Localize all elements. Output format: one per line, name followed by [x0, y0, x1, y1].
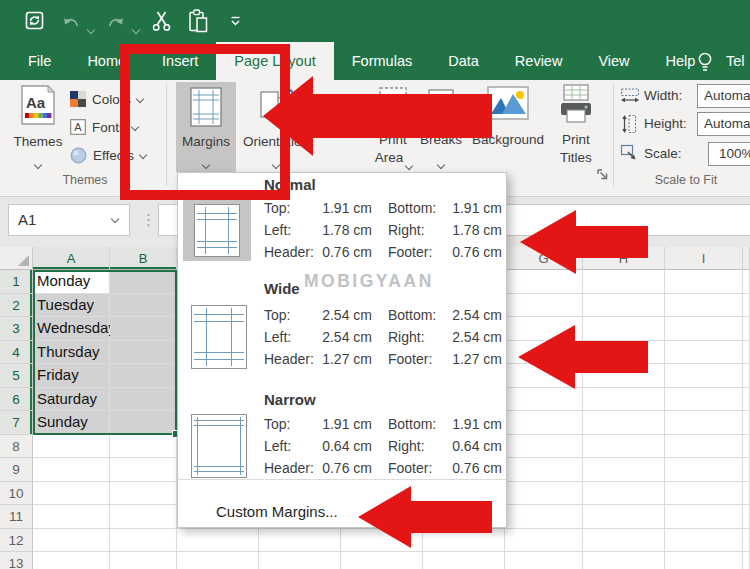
- qat-customize-icon[interactable]: [229, 15, 242, 28]
- cell-B8[interactable]: [110, 435, 177, 459]
- theme-colors-button[interactable]: Colors: [70, 90, 143, 108]
- theme-effects-button[interactable]: Effects: [70, 146, 146, 164]
- row-header-5[interactable]: 5: [0, 364, 33, 388]
- page-setup-dialog-launcher-icon[interactable]: [596, 168, 609, 181]
- cell-E12[interactable]: [341, 529, 423, 553]
- background-button[interactable]: Background: [470, 82, 546, 174]
- cell-A5[interactable]: Friday: [33, 364, 110, 388]
- row-header-8[interactable]: 8: [0, 435, 33, 459]
- cell-H12[interactable]: [583, 529, 665, 553]
- cell-H13[interactable]: [583, 552, 665, 569]
- row-header-11[interactable]: 11: [0, 505, 33, 529]
- cell-G1[interactable]: [505, 270, 583, 294]
- cell-G4[interactable]: [505, 341, 583, 365]
- cell-A3[interactable]: Wednesday: [33, 317, 110, 341]
- cell-B10[interactable]: [110, 482, 177, 506]
- cell-E13[interactable]: [341, 552, 423, 569]
- undo-caret-icon[interactable]: [88, 19, 94, 37]
- cell-A6[interactable]: Saturday: [33, 388, 110, 412]
- cell-I11[interactable]: [665, 505, 743, 529]
- height-input[interactable]: Automatic: [697, 112, 750, 136]
- cell-B7[interactable]: [110, 411, 177, 435]
- cell-I6[interactable]: [665, 388, 743, 412]
- row-header-4[interactable]: 4: [0, 341, 33, 365]
- row-header-3[interactable]: 3: [0, 317, 33, 341]
- width-input[interactable]: Automatic: [697, 84, 750, 108]
- breaks-button[interactable]: Breaks: [416, 82, 466, 174]
- row-header-13[interactable]: 13: [0, 552, 33, 569]
- cell-H4[interactable]: [583, 341, 665, 365]
- orientation-button[interactable]: Orientation: [240, 82, 312, 172]
- cell-H2[interactable]: [583, 294, 665, 318]
- cell-A12[interactable]: [33, 529, 110, 553]
- column-header-B[interactable]: B: [110, 247, 177, 270]
- cell-I5[interactable]: [665, 364, 743, 388]
- cell-G5[interactable]: [505, 364, 583, 388]
- cell-B13[interactable]: [110, 552, 177, 569]
- cell-B2[interactable]: [110, 294, 177, 318]
- cell-B5[interactable]: [110, 364, 177, 388]
- row-header-12[interactable]: 12: [0, 529, 33, 553]
- cell-A11[interactable]: [33, 505, 110, 529]
- cell-D12[interactable]: [259, 529, 341, 553]
- cut-icon[interactable]: [151, 9, 172, 32]
- cell-A4[interactable]: Thursday: [33, 341, 110, 365]
- cell-G12[interactable]: [505, 529, 583, 553]
- redo-icon[interactable]: [106, 11, 126, 30]
- cell-H8[interactable]: [583, 435, 665, 459]
- tell-me-label[interactable]: Tel: [726, 42, 745, 80]
- cell-H7[interactable]: [583, 411, 665, 435]
- cell-A7[interactable]: Sunday: [33, 411, 110, 435]
- cell-B4[interactable]: [110, 341, 177, 365]
- themes-button[interactable]: Aa Themes: [10, 82, 66, 170]
- cell-I4[interactable]: [665, 341, 743, 365]
- cell-G7[interactable]: [505, 411, 583, 435]
- cell-I8[interactable]: [665, 435, 743, 459]
- print-area-button[interactable]: Print Area: [366, 82, 420, 174]
- cell-G6[interactable]: [505, 388, 583, 412]
- cell-C13[interactable]: [177, 552, 259, 569]
- cell-G10[interactable]: [505, 482, 583, 506]
- cell-G2[interactable]: [505, 294, 583, 318]
- cell-I7[interactable]: [665, 411, 743, 435]
- select-all-corner[interactable]: [0, 247, 33, 270]
- column-header-I[interactable]: I: [665, 247, 743, 270]
- print-titles-button[interactable]: Print Titles: [550, 82, 602, 174]
- cell-H5[interactable]: [583, 364, 665, 388]
- cell-G3[interactable]: [505, 317, 583, 341]
- column-header-A[interactable]: A: [33, 247, 110, 270]
- cell-D13[interactable]: [259, 552, 341, 569]
- tab-insert[interactable]: Insert: [144, 42, 216, 80]
- cell-G8[interactable]: [505, 435, 583, 459]
- row-header-2[interactable]: 2: [0, 294, 33, 318]
- row-header-7[interactable]: 7: [0, 411, 33, 435]
- cell-H9[interactable]: [583, 458, 665, 482]
- custom-margins-item[interactable]: Custom Margins...: [178, 480, 506, 528]
- tab-formulas[interactable]: Formulas: [334, 42, 430, 80]
- cell-A1[interactable]: Monday: [33, 270, 110, 294]
- cell-I10[interactable]: [665, 482, 743, 506]
- cell-B6[interactable]: [110, 388, 177, 412]
- cell-B12[interactable]: [110, 529, 177, 553]
- cell-A13[interactable]: [33, 552, 110, 569]
- cell-I13[interactable]: [665, 552, 743, 569]
- tab-file[interactable]: File: [10, 42, 69, 80]
- scale-input[interactable]: 100%: [708, 142, 750, 166]
- cell-B9[interactable]: [110, 458, 177, 482]
- cell-A9[interactable]: [33, 458, 110, 482]
- cell-I3[interactable]: [665, 317, 743, 341]
- name-box-caret-icon[interactable]: [112, 208, 118, 226]
- cell-A2[interactable]: Tuesday: [33, 294, 110, 318]
- tab-view[interactable]: View: [580, 42, 647, 80]
- save-icon[interactable]: [23, 9, 46, 32]
- cell-B11[interactable]: [110, 505, 177, 529]
- undo-icon[interactable]: [61, 11, 81, 30]
- cell-F12[interactable]: [423, 529, 505, 553]
- tell-me-bulb-icon[interactable]: [694, 50, 716, 74]
- theme-fonts-button[interactable]: A Fonts: [70, 118, 138, 136]
- cell-H11[interactable]: [583, 505, 665, 529]
- formula-bar-grip-icon[interactable]: ⋮: [141, 204, 155, 236]
- cell-I2[interactable]: [665, 294, 743, 318]
- cell-B3[interactable]: [110, 317, 177, 341]
- cell-G9[interactable]: [505, 458, 583, 482]
